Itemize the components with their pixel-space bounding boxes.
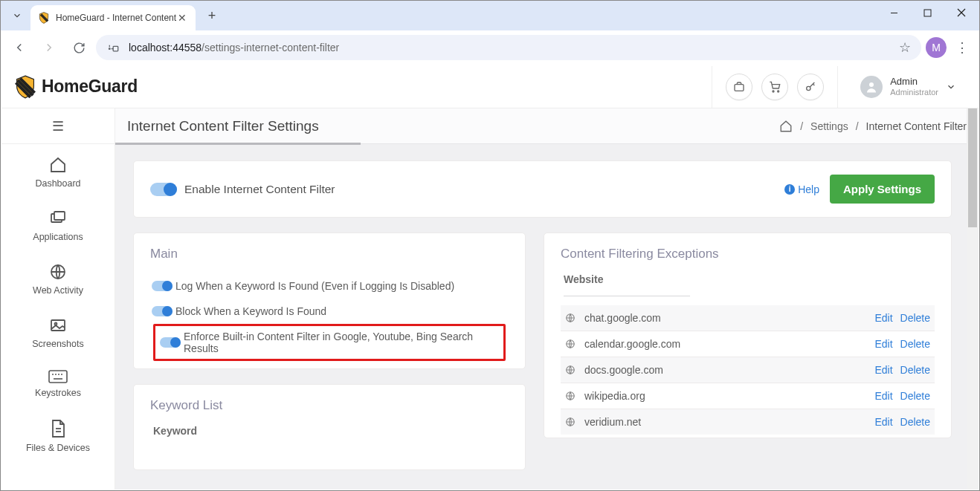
- nav-forward-button[interactable]: [36, 35, 62, 60]
- tab-strip: HomeGuard - Internet Content ✕ +: [1, 1, 979, 30]
- sidebar-item-web-activity[interactable]: Web Activity: [1, 251, 115, 305]
- exception-site: veridium.net: [584, 416, 867, 428]
- sidebar-item-label: Keystrokes: [35, 388, 81, 398]
- hamburger-button[interactable]: ☰: [47, 115, 69, 137]
- divider: [712, 66, 712, 108]
- divider: [837, 66, 838, 108]
- app-root: HomeGuard Admin Administrator ☰: [1, 65, 979, 490]
- svg-rect-8: [735, 84, 744, 91]
- exception-row: chat.google.com Edit Delete: [561, 305, 935, 331]
- delete-link[interactable]: Delete: [900, 338, 930, 350]
- edit-link[interactable]: Edit: [874, 416, 892, 428]
- delete-link[interactable]: Delete: [900, 312, 930, 324]
- toggle-enforce-filter[interactable]: [160, 337, 181, 348]
- exception-row: calendar.google.com Edit Delete: [561, 331, 935, 357]
- edit-link[interactable]: Edit: [874, 312, 892, 324]
- browser-tab[interactable]: HomeGuard - Internet Content ✕: [30, 5, 196, 30]
- sidebar-item-dashboard[interactable]: Dashboard: [1, 144, 115, 198]
- enable-toggle[interactable]: [150, 183, 177, 196]
- svg-rect-18: [49, 371, 67, 383]
- user-name: Admin: [890, 77, 938, 87]
- toggle-log-keyword[interactable]: [152, 281, 173, 291]
- sidebar-item-label: Files & Devices: [26, 443, 90, 453]
- opt-block-keyword: Block When a Keyword Is Found: [150, 299, 509, 324]
- user-avatar-icon: [860, 76, 883, 98]
- browser-menu-button[interactable]: ⋮: [951, 39, 973, 56]
- profile-avatar[interactable]: M: [926, 37, 947, 58]
- briefcase-button[interactable]: [726, 74, 752, 100]
- address-bar[interactable]: localhost:44558/settings-internet-conten…: [96, 35, 921, 60]
- keyboard-icon: [48, 370, 68, 383]
- user-role: Administrator: [890, 88, 938, 97]
- content-scroll: Enable Internet Content Filter i Help Ap…: [115, 144, 979, 490]
- globe-icon: [565, 339, 577, 349]
- exceptions-card: Content Filtering Exceptions Website cha…: [544, 233, 952, 438]
- exceptions-table: chat.google.com Edit Delete calendar.goo…: [561, 305, 935, 435]
- shield-icon: [15, 75, 36, 99]
- nav-reload-button[interactable]: [66, 35, 91, 60]
- svg-point-5: [109, 48, 110, 50]
- window-minimize-button[interactable]: [877, 1, 911, 25]
- divider: [564, 296, 690, 296]
- nav-back-button[interactable]: [7, 35, 32, 60]
- sidebar-item-files-devices[interactable]: Files & Devices: [1, 407, 115, 462]
- opt-label: Log When a Keyword Is Found (Even if Log…: [175, 280, 454, 292]
- brand-name: HomeGuard: [42, 77, 138, 97]
- sidebar-item-keystrokes[interactable]: Keystrokes: [1, 358, 115, 407]
- right-column: Content Filtering Exceptions Website cha…: [544, 233, 952, 453]
- enable-card: Enable Internet Content Filter i Help Ap…: [133, 160, 952, 218]
- sidebar-item-applications[interactable]: Applications: [1, 198, 115, 251]
- scrollbar-thumb[interactable]: [968, 108, 977, 227]
- exception-site: calendar.google.com: [584, 338, 867, 350]
- window-close-button[interactable]: [944, 1, 978, 25]
- tabs-dropdown-button[interactable]: [7, 5, 28, 26]
- windows-icon: [49, 209, 67, 227]
- tab-title: HomeGuard - Internet Content: [56, 13, 176, 23]
- browser-chrome: HomeGuard - Internet Content ✕ + localho…: [1, 1, 979, 65]
- new-tab-button[interactable]: +: [202, 5, 222, 26]
- content-top-bar: Internet Content Filter Settings / Setti…: [115, 108, 979, 144]
- home-icon: [49, 156, 67, 174]
- content-area: Internet Content Filter Settings / Setti…: [115, 108, 979, 490]
- exception-site: docs.google.com: [584, 364, 867, 376]
- two-column: Main Log When a Keyword Is Found (Even i…: [133, 233, 952, 485]
- header-tools: Admin Administrator: [707, 66, 965, 108]
- left-column: Main Log When a Keyword Is Found (Even i…: [133, 233, 526, 485]
- delete-link[interactable]: Delete: [900, 416, 930, 428]
- window-maximize-button[interactable]: [911, 1, 944, 25]
- user-menu[interactable]: Admin Administrator: [851, 76, 965, 98]
- breadcrumb: / Settings / Internet Content Filter: [779, 120, 967, 133]
- svg-rect-4: [113, 46, 118, 51]
- breadcrumb-settings[interactable]: Settings: [810, 120, 848, 132]
- home-icon[interactable]: [779, 120, 793, 133]
- key-button[interactable]: [797, 74, 824, 100]
- help-link[interactable]: i Help: [784, 183, 819, 195]
- tab-close-button[interactable]: ✕: [176, 12, 188, 24]
- site-info-icon[interactable]: [106, 40, 121, 55]
- url-text: localhost:44558/settings-internet-conten…: [129, 42, 339, 53]
- exception-site: wikipedia.org: [584, 390, 867, 402]
- brand-logo[interactable]: HomeGuard: [15, 75, 138, 99]
- exception-row: wikipedia.org Edit Delete: [561, 383, 935, 409]
- edit-link[interactable]: Edit: [874, 390, 892, 402]
- bookmark-star-icon[interactable]: ☆: [899, 39, 911, 56]
- file-icon: [50, 419, 66, 438]
- vertical-scrollbar[interactable]: [967, 108, 979, 490]
- window-controls: [877, 1, 978, 25]
- opt-label: Enforce Built-in Content Filter in Googl…: [184, 331, 499, 354]
- toggle-block-keyword[interactable]: [152, 306, 173, 316]
- delete-link[interactable]: Delete: [900, 364, 930, 376]
- edit-link[interactable]: Edit: [874, 338, 892, 350]
- app-body: ☰ Dashboard Applications Web Activity Sc…: [1, 108, 979, 490]
- sidebar-item-label: Web Activity: [33, 285, 83, 296]
- sidebar-item-label: Dashboard: [35, 178, 80, 189]
- apply-settings-button[interactable]: Apply Settings: [830, 175, 935, 204]
- globe-icon: [49, 263, 67, 281]
- address-bar-row: localhost:44558/settings-internet-conten…: [1, 30, 979, 65]
- exception-row: docs.google.com Edit Delete: [561, 357, 935, 383]
- delete-link[interactable]: Delete: [900, 390, 930, 402]
- page-title: Internet Content Filter Settings: [127, 118, 319, 134]
- sidebar-item-screenshots[interactable]: Screenshots: [1, 305, 115, 358]
- cart-button[interactable]: [761, 74, 788, 100]
- edit-link[interactable]: Edit: [874, 364, 892, 376]
